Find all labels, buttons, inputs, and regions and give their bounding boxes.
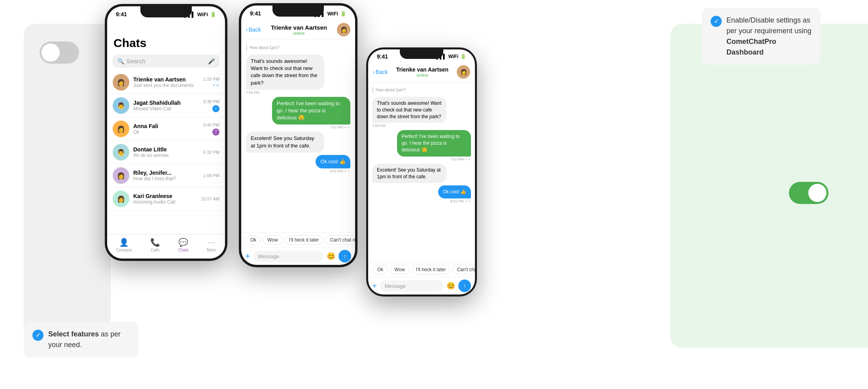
card-text: Select features as per your need. [48, 329, 130, 350]
msg-bubble-3: Excelent! See you Saturday at 1pm in fro… [246, 132, 324, 152]
check-icon-2: ✓ [711, 16, 722, 27]
chat-meta-6: 10:57 AM [201, 196, 219, 201]
message-input-bar: + Message 😊 ↑ [241, 247, 355, 265]
search-icon: 🔍 [117, 58, 124, 64]
chat-info-3: Anna Fali Ok [133, 123, 199, 135]
avatar-5: 👩 [113, 167, 129, 184]
back-button-3[interactable]: ‹ Back [373, 69, 388, 75]
msg-received-2: Excelent! See you Saturday at 1pm in fro… [246, 132, 350, 152]
chat-list: 👩 Trienke van Aartsen Just sent you the … [107, 71, 225, 259]
msg-received-1: That's sounds awesome! Want to check out… [246, 55, 350, 94]
message-input-3[interactable]: Message [380, 280, 443, 292]
chat-info-6: Kari Granleese Incoming Audio Call [133, 193, 197, 205]
quick-reply-3-wow[interactable]: Wow [390, 265, 409, 274]
card-text-2: Enable/Disable settings as per your requ… [726, 15, 812, 58]
phone1: 9:41 ▌▌▌ WiFi 🔋 Chats 🔍 Search 🎤 [105, 4, 227, 261]
contact-info: Trienke van Aartsen online [264, 24, 334, 36]
msg-sent-1: Perfect! I've been waiting to go. I hear… [246, 97, 350, 130]
tab-chats[interactable]: 💬 Chats [178, 238, 189, 252]
chat-info-2: Jagat Shahidullah Missed Video Call [133, 100, 199, 111]
quick-reply-cant[interactable]: Can't chat right [325, 235, 355, 245]
chat-item-5[interactable]: 👩 Riley, Jenifer... How did I miss that?… [107, 164, 225, 187]
phone3-notch [400, 49, 443, 59]
chat-item-6[interactable]: 👩 Kari Granleese Incoming Audio Call 10:… [107, 187, 225, 211]
quick-reply-3-ok[interactable]: Ok [373, 265, 388, 274]
chat-item-1[interactable]: 👩 Trienke van Aartsen Just sent you the … [107, 71, 225, 94]
select-features-card: ✓ Select features as per your need. [24, 322, 138, 357]
tab-calls[interactable]: 📞 Calls [150, 238, 160, 252]
more-icon: ⋯ [207, 238, 215, 247]
chats-icon: 💬 [178, 238, 188, 247]
avatar-6: 👩 [113, 191, 129, 207]
msg-received-3-2: Excelent! See you Saturday at 1pm in fro… [372, 164, 471, 183]
chevron-left-icon-3: ‹ [373, 69, 375, 75]
chat-item-4[interactable]: 👨 Dontae Little Ah ok no worries 6:32 PM [107, 141, 225, 164]
phone2-notch [272, 6, 324, 17]
phone3-chat-header: ‹ Back Trienke van Aartsen online 👩 [368, 62, 475, 82]
scene: ✓ Select features as per your need. ✓ En… [0, 0, 868, 389]
send-button-3[interactable]: ↑ [458, 279, 471, 292]
msg-bubble-3-1: That's sounds awesome! Want to check out… [372, 97, 446, 123]
contacts-icon: 👤 [119, 238, 129, 247]
search-bar[interactable]: 🔍 Search 🎤 [113, 55, 219, 68]
msg-received-3-1: That's sounds awesome! Want to check out… [372, 97, 471, 128]
chat-info-1: Trienke van Aartsen Just sent you the do… [133, 76, 199, 88]
msg-divider: How about 1pm? [246, 45, 350, 51]
check-icon: ✓ [32, 330, 43, 341]
avatar-2: 👨 [113, 97, 129, 114]
chat-meta-3: 9:40 PM 7 [203, 123, 219, 136]
avatar-3: 👩 [113, 121, 129, 137]
msg-bubble-3-4: Ok cool 👍 [438, 185, 471, 198]
send-button[interactable]: ↑ [339, 250, 351, 262]
bg-shape-right [670, 24, 868, 348]
toggle-knob-off [42, 43, 60, 62]
plus-icon-3[interactable]: + [372, 281, 377, 291]
quick-replies: Ok Wow I'll heck it later Can't chat rig… [241, 232, 355, 247]
quick-reply-heck[interactable]: I'll heck it later [285, 235, 323, 245]
phone2: 9:41 ▌▌▌ WiFi 🔋 ‹ Back Trienke van Aarts… [239, 3, 357, 267]
emoji-icon[interactable]: 😊 [327, 252, 335, 261]
msg-bubble-3-2: Perfect! I've been waiting to go. I hear… [397, 130, 471, 156]
chat-info-4: Dontae Little Ah ok no worries [133, 146, 199, 158]
msg-bubble-2: Perfect! I've been waiting to go. I hear… [272, 97, 350, 125]
msg-bubble-4: Ok cool 👍 [316, 155, 350, 168]
tab-more[interactable]: ⋯ More [207, 238, 216, 252]
chats-title: Chats [107, 21, 225, 53]
messages-area: How about 1pm? That's sounds awesome! Wa… [241, 40, 355, 232]
tab-bar: 👤 Contacts 📞 Calls 💬 Chats ⋯ More [107, 234, 225, 259]
avatar-4: 👨 [113, 144, 129, 161]
quick-reply-wow[interactable]: Wow [263, 235, 282, 245]
chat-item-3[interactable]: 👩 Anna Fali Ok 9:40 PM 7 [107, 117, 225, 141]
quick-reply-ok[interactable]: Ok [246, 235, 261, 245]
quick-reply-3-heck[interactable]: I'll heck it later [412, 265, 450, 274]
chat-meta-5: 1:08 PM [203, 173, 219, 178]
chat-meta-1: 1:33 PM ✓✓ [203, 77, 219, 88]
chevron-left-icon: ‹ [246, 26, 248, 33]
contact-info-3: Trienke van Aartsen online [391, 66, 454, 77]
contact-avatar-3: 👩 [457, 65, 470, 79]
messages-area-3: How about 1pm? That's sounds awesome! Wa… [368, 82, 475, 262]
chat-info-5: Riley, Jenifer... How did I miss that? [133, 170, 199, 181]
msg-sent-3-1: Perfect! I've been waiting to go. I hear… [372, 130, 471, 161]
msg-bubble-3-3: Excelent! See you Saturday at 1pm in fro… [372, 164, 446, 183]
toggle-off[interactable] [40, 42, 79, 64]
msg-bubble-1: That's sounds awesome! Want to check out… [246, 55, 324, 90]
msg-sent-3-2: Ok cool 👍 8:01 PM ✓✓ [372, 185, 471, 203]
phone2-chat-header: ‹ Back Trienke van Aartsen online 👩 [241, 20, 355, 40]
tab-contacts[interactable]: 👤 Contacts [116, 238, 132, 252]
toggle-knob-on [808, 184, 826, 202]
quick-reply-3-cant[interactable]: Can't chat right [452, 265, 475, 274]
plus-icon[interactable]: + [245, 251, 250, 261]
contact-avatar: 👩 [337, 23, 350, 36]
emoji-icon-3[interactable]: 😊 [446, 281, 455, 290]
message-input[interactable]: Message [253, 251, 323, 262]
message-input-bar-3: + Message 😊 ↑ [368, 277, 475, 295]
chat-item-2[interactable]: 👨 Jagat Shahidullah Missed Video Call 9:… [107, 94, 225, 117]
avatar-1: 👩 [113, 74, 129, 91]
enable-disable-card: ✓ Enable/Disable settings as per your re… [702, 8, 821, 65]
bg-shape-left [24, 24, 111, 348]
toggle-on[interactable] [789, 182, 828, 204]
calls-icon: 📞 [150, 238, 160, 247]
back-button[interactable]: ‹ Back [246, 26, 261, 33]
chat-meta-4: 6:32 PM [203, 150, 219, 155]
